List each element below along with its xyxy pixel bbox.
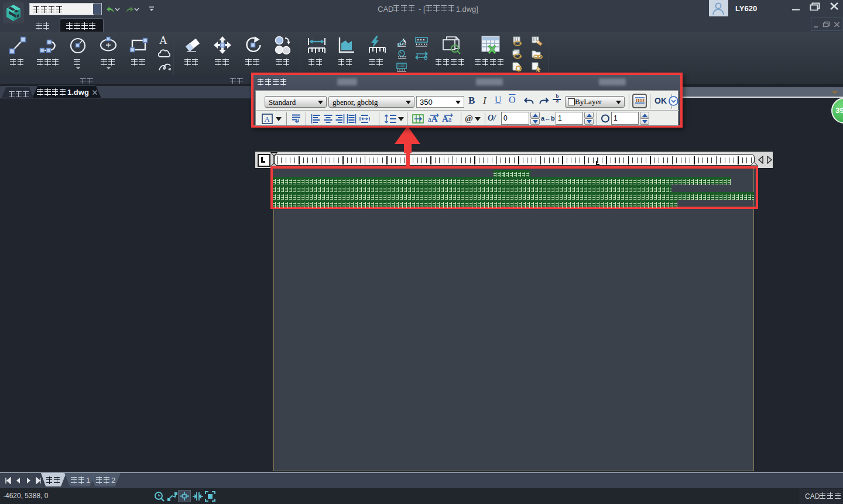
svg-text:A: A: [265, 115, 270, 124]
